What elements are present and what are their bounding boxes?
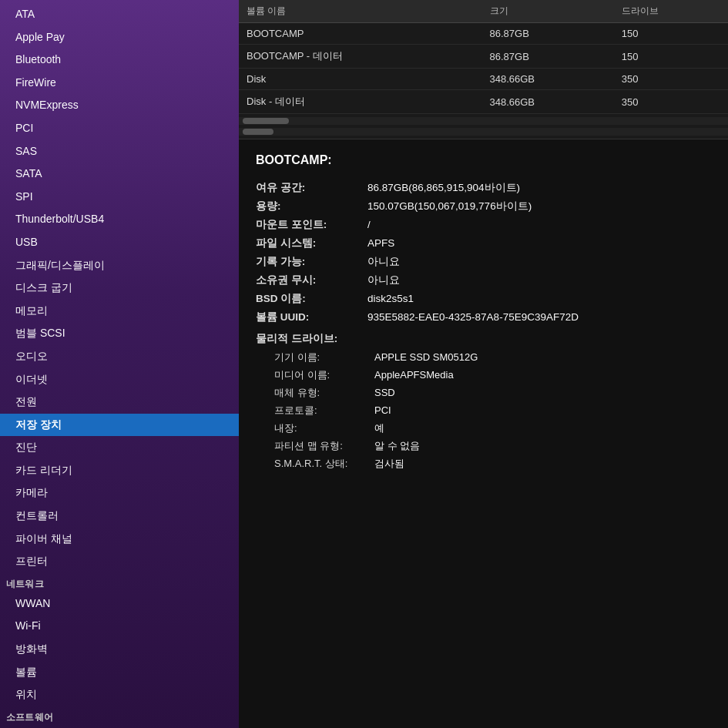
sidebar-item-fiber-channel[interactable]: 파이버 채널 — [0, 528, 239, 551]
sidebar-item-thunderbolt[interactable]: Thunderbolt/USB4 — [0, 208, 239, 231]
physical-field-label: S.M.A.R.T. 상태: — [274, 457, 374, 471]
vertical-scrollbar[interactable] — [239, 128, 728, 136]
detail-row: BSD 이름:disk2s5s1 — [256, 292, 711, 306]
physical-field-value: 예 — [374, 421, 384, 435]
physical-field-label: 매체 유형: — [274, 386, 374, 400]
detail-field-label: 파일 시스템: — [256, 237, 367, 250]
sidebar-item-audio[interactable]: 오디오 — [0, 345, 239, 368]
horizontal-scrollbar[interactable] — [239, 117, 728, 125]
physical-grid: 기기 이름:APPLE SSD SM0512G미디어 이름:AppleAPFSM… — [256, 351, 711, 471]
table-row[interactable]: BOOTCAMP - 데이터86.87GB150 — [239, 45, 728, 69]
disk-table-header: 볼륨 이름 크기 드라이브 — [239, 0, 728, 23]
detail-field-label: 기록 가능: — [256, 255, 367, 269]
detail-row: 기록 가능:아니요 — [256, 255, 711, 269]
col-header-name: 볼륨 이름 — [239, 0, 482, 23]
cell-drive: 350 — [614, 69, 728, 90]
scroll-thumb-2[interactable] — [243, 129, 273, 135]
sidebar-item-sas[interactable]: SAS — [0, 140, 239, 163]
sidebar: ATAApple PayBluetoothFireWireNVMExpressP… — [0, 0, 239, 728]
physical-field-value: PCI — [374, 404, 391, 416]
detail-row: 볼륨 UUID:935E5882-EAE0-4325-87A8-75E9C39A… — [256, 310, 711, 324]
detail-row: 파일 시스템:APFS — [256, 237, 711, 250]
sidebar-item-ethernet[interactable]: 이더넷 — [0, 368, 239, 391]
detail-row: 마운트 포인트:/ — [256, 218, 711, 232]
cell-size: 86.87GB — [482, 45, 614, 69]
detail-field-value: APFS — [367, 237, 394, 249]
table-row[interactable]: BOOTCAMP86.87GB150 — [239, 23, 728, 45]
detail-field-label: 여유 공간: — [256, 181, 367, 195]
detail-field-value: 아니요 — [367, 273, 400, 287]
detail-grid: 여유 공간:86.87GB(86,865,915,904바이트)용량:150.0… — [256, 181, 711, 329]
cell-drive: 150 — [614, 45, 728, 69]
cell-size: 348.66GB — [482, 69, 614, 90]
sidebar-item-controller[interactable]: 컨트롤러 — [0, 505, 239, 528]
col-header-drive: 드라이브 — [614, 0, 728, 23]
sidebar-item-nvmexpress[interactable]: NVMExpress — [0, 94, 239, 117]
sidebar-item-power[interactable]: 전원 — [0, 391, 239, 414]
sidebar-item-memory[interactable]: 메모리 — [0, 300, 239, 323]
sidebar-item-apple-pay[interactable]: Apple Pay — [0, 26, 239, 49]
physical-row: 파티션 맵 유형:알 수 없음 — [256, 439, 711, 453]
cell-drive: 150 — [614, 23, 728, 45]
detail-row: 용량:150.07GB(150,067,019,776바이트) — [256, 200, 711, 213]
sidebar-item-location[interactable]: 위치 — [0, 683, 239, 706]
detail-field-label: BSD 이름: — [256, 292, 367, 306]
physical-row: S.M.A.R.T. 상태:검사됨 — [256, 457, 711, 471]
physical-field-value: SSD — [374, 387, 395, 398]
physical-row: 미디어 이름:AppleAPFSMedia — [256, 368, 711, 382]
sidebar-item-storage[interactable]: 저장 장치 — [0, 414, 239, 437]
detail-field-label: 마운트 포인트: — [256, 218, 367, 232]
sidebar-item-disk-size[interactable]: 디스크 굽기 — [0, 277, 239, 300]
physical-field-label: 미디어 이름: — [274, 368, 374, 382]
sidebar-item-spi[interactable]: SPI — [0, 186, 239, 209]
physical-row: 기기 이름:APPLE SSD SM0512G — [256, 351, 711, 364]
cell-size: 86.87GB — [482, 23, 614, 45]
physical-section-header: 물리적 드라이브: — [256, 332, 711, 346]
cell-drive: 350 — [614, 90, 728, 114]
disk-table-body: BOOTCAMP86.87GB150BOOTCAMP - 데이터86.87GB1… — [239, 23, 728, 114]
detail-field-value: disk2s5s1 — [367, 293, 414, 304]
physical-field-value: APPLE SSD SM0512G — [374, 351, 478, 363]
physical-field-label: 파티션 맵 유형: — [274, 439, 374, 453]
sidebar-item-printer[interactable]: 프린터 — [0, 550, 239, 573]
sidebar-item-wifi[interactable]: Wi-Fi — [0, 615, 239, 638]
sidebar-item-camera[interactable]: 카메라 — [0, 481, 239, 505]
sidebar-item-usb[interactable]: USB — [0, 231, 239, 254]
physical-field-value: AppleAPFSMedia — [374, 369, 454, 381]
physical-field-label: 기기 이름: — [274, 351, 374, 364]
scroll-thumb[interactable] — [243, 118, 289, 124]
detail-field-value: 아니요 — [367, 255, 400, 269]
sidebar-item-volume[interactable]: 볼륨 — [0, 661, 239, 684]
sidebar-item-firewall[interactable]: 방화벽 — [0, 638, 239, 661]
detail-title: BOOTCAMP: — [256, 153, 711, 167]
sidebar-item-card-reader[interactable]: 카드 리더기 — [0, 459, 239, 482]
sidebar-item-firewire[interactable]: FireWire — [0, 72, 239, 95]
sidebar-item-scsi[interactable]: 범블 SCSI — [0, 322, 239, 345]
cell-name: Disk - 데이터 — [239, 90, 482, 114]
detail-row: 여유 공간:86.87GB(86,865,915,904바이트) — [256, 181, 711, 195]
detail-field-value: 86.87GB(86,865,915,904바이트) — [367, 181, 520, 195]
sidebar-item-ata[interactable]: ATA — [0, 3, 239, 26]
main-content: 볼륨 이름 크기 드라이브 BOOTCAMP86.87GB150BOOTCAMP… — [239, 0, 728, 728]
table-row[interactable]: Disk348.66GB350 — [239, 69, 728, 90]
sidebar-item-graphics[interactable]: 그래픽/디스플레이 — [0, 254, 239, 277]
cell-name: Disk — [239, 69, 482, 90]
detail-field-value: / — [367, 219, 371, 230]
physical-field-label: 프로토콜: — [274, 404, 374, 418]
sidebar-item-bluetooth[interactable]: Bluetooth — [0, 49, 239, 72]
disk-table-area: 볼륨 이름 크기 드라이브 BOOTCAMP86.87GB150BOOTCAMP… — [239, 0, 728, 139]
sidebar-section-network-header: 네트워크 — [0, 573, 239, 592]
physical-field-value: 검사됨 — [374, 457, 404, 471]
sidebar-item-sata[interactable]: SATA — [0, 163, 239, 186]
sidebar-item-wwan[interactable]: WWAN — [0, 592, 239, 616]
physical-row: 매체 유형:SSD — [256, 386, 711, 400]
sidebar-item-pci[interactable]: PCI — [0, 117, 239, 140]
sidebar-item-diagnostics[interactable]: 진단 — [0, 436, 239, 459]
table-row[interactable]: Disk - 데이터348.66GB350 — [239, 90, 728, 114]
physical-field-label: 내장: — [274, 421, 374, 435]
detail-row: 소유권 무시:아니요 — [256, 273, 711, 287]
detail-field-label: 용량: — [256, 200, 367, 213]
detail-field-value: 935E5882-EAE0-4325-87A8-75E9C39AF72D — [367, 311, 579, 323]
detail-field-label: 볼륨 UUID: — [256, 310, 367, 324]
col-header-size: 크기 — [482, 0, 614, 23]
